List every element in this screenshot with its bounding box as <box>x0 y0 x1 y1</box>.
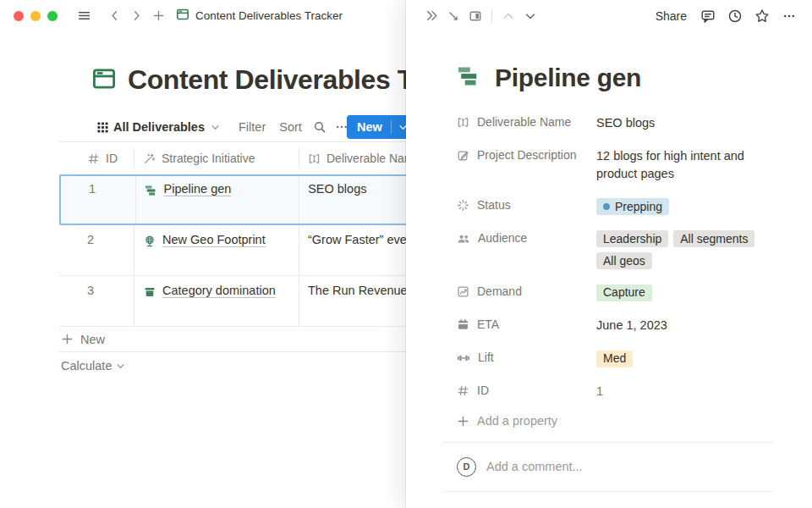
calendar-icon <box>457 318 469 331</box>
property-label-text: Deliverable Name <box>477 115 571 129</box>
text-cursor-icon <box>457 115 469 129</box>
new-button-label: New <box>347 120 391 134</box>
property-row-demand: DemandCapture <box>457 282 775 302</box>
select-pill[interactable]: Capture <box>596 284 652 301</box>
cell-strategic-initiative[interactable]: New Geo Footprint <box>134 225 299 275</box>
share-button[interactable]: Share <box>650 9 692 23</box>
property-label[interactable]: Audience <box>457 229 596 269</box>
column-header-label: ID <box>106 152 118 165</box>
property-value[interactable]: June 1, 2023 <box>596 315 775 335</box>
chart-icon <box>457 284 469 298</box>
hash-icon <box>87 152 100 165</box>
property-list: Deliverable NameSEO blogsProject Descrip… <box>457 113 775 401</box>
wand-icon <box>143 152 156 165</box>
traffic-lights <box>14 11 58 21</box>
cell-strategic-initiative[interactable]: Pipeline gen <box>135 176 299 224</box>
page-icon[interactable] <box>91 66 117 95</box>
tag-pill[interactable]: All segments <box>673 230 754 247</box>
next-record-icon[interactable] <box>519 5 541 27</box>
property-label[interactable]: Project Description <box>457 146 596 183</box>
add-property-button[interactable]: Add a property <box>457 414 775 428</box>
chevron-down-icon <box>211 123 220 132</box>
property-row-eta: ETAJune 1, 2023 <box>457 315 775 335</box>
new-tab-icon[interactable] <box>147 5 169 27</box>
forward-icon[interactable] <box>125 5 147 27</box>
property-value[interactable]: Med <box>596 348 775 368</box>
calculate-label: Calculate <box>61 359 112 373</box>
property-label-text: Lift <box>478 351 494 364</box>
status-dot-icon <box>603 203 610 210</box>
open-full-page-icon[interactable] <box>442 5 464 27</box>
cell-id[interactable]: 3 <box>59 276 134 326</box>
side-peek-mode-icon[interactable] <box>464 5 486 27</box>
property-label[interactable]: Lift <box>457 348 596 368</box>
history-icon[interactable] <box>724 5 746 27</box>
select-pill[interactable]: Med <box>596 351 633 367</box>
favorite-star-icon[interactable] <box>751 5 773 27</box>
cell-strategic-initiative[interactable]: Category domination <box>134 276 299 326</box>
view-name-label: All Deliverables <box>113 120 205 134</box>
cell-id[interactable]: 2 <box>59 225 134 275</box>
property-value[interactable]: LeadershipAll segmentsAll geos <box>596 229 775 269</box>
peek-toolbar: Share <box>406 0 812 31</box>
property-row-project-description: Project Description12 blogs for high int… <box>457 146 775 183</box>
close-window-button[interactable] <box>14 11 24 21</box>
sort-button[interactable]: Sort <box>272 120 309 134</box>
status-pill[interactable]: Prepping <box>596 198 669 215</box>
property-label-text: ETA <box>477 318 499 331</box>
view-switcher[interactable]: All Deliverables <box>113 120 220 134</box>
record-icon[interactable] <box>457 64 482 92</box>
zoom-window-button[interactable] <box>47 11 58 21</box>
comment-divider-bottom <box>443 491 773 492</box>
initiative-link[interactable]: Pipeline gen <box>164 182 232 196</box>
close-peek-icon[interactable] <box>420 5 442 27</box>
tag-pill[interactable]: Leadership <box>596 230 668 247</box>
search-icon[interactable] <box>309 116 331 138</box>
property-value[interactable]: Capture <box>596 282 775 302</box>
property-label[interactable]: Status <box>457 196 596 216</box>
property-label-text: Status <box>477 198 511 212</box>
edit-icon <box>457 148 469 162</box>
record-title[interactable]: Pipeline gen <box>495 64 641 92</box>
initiative-link[interactable]: Category domination <box>162 284 276 297</box>
dumbbell-icon <box>457 351 470 365</box>
property-row-lift: LiftMed <box>457 348 775 368</box>
comment-input[interactable]: Add a comment... <box>486 460 583 473</box>
property-row-audience: AudienceLeadershipAll segmentsAll geos <box>457 229 775 269</box>
minimize-window-button[interactable] <box>30 11 41 21</box>
property-label[interactable]: ID <box>457 381 596 401</box>
property-label[interactable]: Deliverable Name <box>457 113 596 133</box>
new-button[interactable]: New <box>347 115 414 139</box>
property-label[interactable]: ETA <box>457 315 596 335</box>
tab-title[interactable]: Content Deliverables Tracker <box>176 8 343 24</box>
status-pill-label: Prepping <box>615 198 662 216</box>
text-cursor-icon <box>308 152 321 165</box>
record-title-row: Pipeline gen <box>457 64 775 92</box>
tag-pill[interactable]: All geos <box>596 252 652 269</box>
back-icon[interactable] <box>103 5 125 27</box>
app-window: Content Deliverables Tracker Content Del… <box>0 0 812 508</box>
column-header-id[interactable]: ID <box>59 142 134 174</box>
filter-button[interactable]: Filter <box>232 120 272 134</box>
column-header-strategic-initiative[interactable]: Strategic Initiative <box>134 148 299 168</box>
previous-record-icon[interactable] <box>497 5 519 27</box>
property-label-text: Audience <box>478 231 527 245</box>
comment-row[interactable]: D Add a comment... <box>457 453 775 480</box>
comments-icon[interactable] <box>697 5 719 27</box>
page-emoji-icon <box>176 8 189 24</box>
property-value[interactable]: SEO blogs <box>596 113 775 133</box>
table-view-icon[interactable] <box>91 116 113 138</box>
initiative-link[interactable]: New Geo Footprint <box>162 233 266 246</box>
cell-id[interactable]: 1 <box>61 176 135 224</box>
property-value[interactable]: Prepping <box>596 196 775 216</box>
peek-body: Pipeline gen Deliverable NameSEO blogsPr… <box>406 31 812 492</box>
more-menu-icon[interactable] <box>778 5 800 27</box>
property-value[interactable]: 1 <box>596 381 775 401</box>
sidebar-menu-icon[interactable] <box>73 5 95 27</box>
property-value[interactable]: 12 blogs for high intent and product pag… <box>596 146 775 183</box>
property-label-text: ID <box>477 384 489 397</box>
property-row-id: ID1 <box>457 381 775 401</box>
comment-divider-top <box>443 442 773 443</box>
property-label[interactable]: Demand <box>457 282 596 302</box>
pipeline-bars-icon <box>145 182 158 197</box>
